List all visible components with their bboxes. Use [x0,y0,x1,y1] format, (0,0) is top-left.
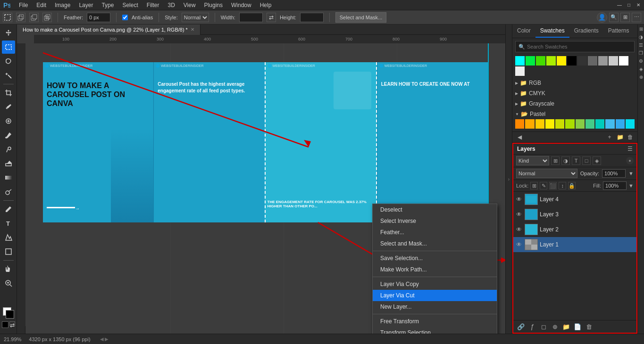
menu-filter[interactable]: Filter [143,1,163,9]
swatch-delete-icon[interactable]: 🗑 [626,133,635,141]
float-icon-5[interactable]: ⚙ [639,58,643,64]
feather-input[interactable] [87,13,110,22]
swatch-group-rgb-header[interactable]: ▶ 📁 RGB [512,79,637,87]
filter-adjustment-icon[interactable]: ◑ [561,156,570,165]
layer-kind-select[interactable]: Kind [516,156,549,165]
opacity-input[interactable] [602,169,626,178]
float-icon-3[interactable]: ☰ [639,42,643,48]
ctx-deselect[interactable]: Deselect [373,204,497,215]
swatch-cyan[interactable] [515,56,525,66]
swatch-mid-gray[interactable] [588,56,597,66]
layer-item-3[interactable]: 👁 Layer 3 [513,207,636,222]
add-layer-style-icon[interactable]: ƒ [527,322,537,331]
swatch-group-pastel-header[interactable]: ▼ 📂 Pastel [512,110,637,118]
menu-file[interactable]: File [15,1,32,9]
filter-smart-icon[interactable]: ◈ [593,156,601,165]
tab-swatches[interactable]: Swatches [535,25,569,38]
filter-pixel-icon[interactable]: ⊞ [551,156,560,165]
pastel-green[interactable] [565,119,574,129]
move-tool[interactable] [2,26,15,40]
create-adjustment-icon[interactable]: ⊕ [550,322,560,331]
pastel-gold[interactable] [535,119,544,129]
pen-tool[interactable] [2,203,15,216]
ctx-layer-via-copy[interactable]: Layer Via Copy [373,278,497,290]
lock-position-icon[interactable]: ✎ [540,182,547,189]
ctx-transform-selection[interactable]: Transform Selection [373,327,497,334]
menu-layer[interactable]: Layer [75,1,97,9]
user-icon[interactable]: 👤 [597,12,607,23]
layer-item-1[interactable]: 👁 Layer 1 [513,237,636,252]
ctx-save-selection[interactable]: Save Selection... [373,253,497,264]
layer-1-visibility-icon[interactable]: 👁 [515,241,523,248]
gradient-tool[interactable] [2,171,15,184]
menu-select[interactable]: Select [118,1,142,9]
ctx-layer-via-cut[interactable]: Layer Via Cut [373,290,497,301]
set-default-colors-icon[interactable] [2,321,8,328]
ctx-free-transform[interactable]: Free Transform [373,316,497,327]
float-icon-7[interactable]: ⊕ [639,74,643,80]
swatch-page-prev-icon[interactable]: ◀ [515,133,524,141]
eraser-tool[interactable] [2,157,15,170]
select-mask-button[interactable]: Select and Mask... [335,12,387,23]
swatch-gray[interactable] [598,56,608,66]
layer-4-visibility-icon[interactable]: 👁 [515,196,523,203]
swatch-folder-add-icon[interactable]: 📁 [616,133,624,141]
search-icon[interactable]: 🔍 [609,13,619,22]
swatches-search-input[interactable] [527,44,631,49]
scroll-right-icon[interactable]: ▶ [105,336,109,342]
swatch-dark-gray[interactable] [577,56,587,66]
swatch-green2[interactable] [536,56,545,66]
eyedropper-tool[interactable] [2,100,15,114]
healing-tool[interactable] [2,115,15,128]
link-layers-icon[interactable]: 🔗 [516,322,526,331]
ctx-select-inverse[interactable]: Select Inverse [373,215,497,227]
intersect-selection-icon[interactable] [42,13,52,22]
path-selection-tool[interactable] [2,231,15,244]
float-icon-6[interactable]: ◈ [639,66,643,72]
layer-3-visibility-icon[interactable]: 👁 [515,211,523,218]
layer-item-2[interactable]: 👁 Layer 2 [513,222,636,237]
tab-close-button[interactable]: ✕ [191,27,194,32]
pastel-teal-green[interactable] [585,119,594,129]
text-tool[interactable]: T [2,217,15,230]
tab-gradients[interactable]: Gradients [569,25,603,38]
brush-tool[interactable] [2,129,15,142]
menu-window[interactable]: Window [227,1,255,9]
menu-type[interactable]: Type [98,1,117,9]
scroll-left-icon[interactable]: ◀ [100,336,104,342]
opacity-arrow[interactable]: ▼ [628,171,634,176]
ctx-new-layer[interactable]: New Layer... [373,301,497,312]
height-input[interactable] [300,13,324,22]
pastel-blue[interactable] [616,119,625,129]
layer-2-visibility-icon[interactable]: 👁 [515,226,523,233]
lock-artboard-icon[interactable]: ⬛ [549,182,557,189]
swatch-yellow-green[interactable] [546,56,556,66]
more-options-icon[interactable]: ⋯ [632,13,641,22]
subtract-selection-icon[interactable] [29,13,39,22]
filter-shape-icon[interactable]: □ [582,156,591,165]
swap-colors-icon[interactable]: ⇄ [9,321,15,326]
close-button[interactable]: ✕ [635,1,642,9]
delete-layer-icon[interactable]: 🗑 [584,322,594,331]
swatch-yellow[interactable] [557,56,566,66]
pastel-sky[interactable] [605,119,614,129]
fill-arrow[interactable]: ▼ [628,183,634,188]
width-input[interactable] [239,13,263,22]
style-select[interactable]: Normal [182,13,209,22]
anti-alias-checkbox[interactable] [122,15,128,20]
swatch-white[interactable] [619,56,628,66]
fill-input[interactable] [603,181,627,190]
layer-item-4[interactable]: 👁 Layer 4 [513,192,636,207]
blend-mode-select[interactable]: Normal [516,169,577,178]
zoom-tool[interactable] [2,277,15,290]
swap-dimensions-icon[interactable]: ⇄ [267,13,276,22]
crop-tool[interactable] [2,86,15,99]
pastel-orange[interactable] [515,119,524,129]
lock-move-icon[interactable]: ↕ [559,182,566,189]
filter-type-icon[interactable]: T [572,156,580,165]
ctx-make-work-path[interactable]: Make Work Path... [373,264,497,275]
foreground-color-swatch[interactable] [2,306,15,319]
ctx-select-mask[interactable]: Select and Mask... [373,238,497,249]
tab-color[interactable]: Color [512,25,535,38]
pastel-yellow[interactable] [545,119,554,129]
